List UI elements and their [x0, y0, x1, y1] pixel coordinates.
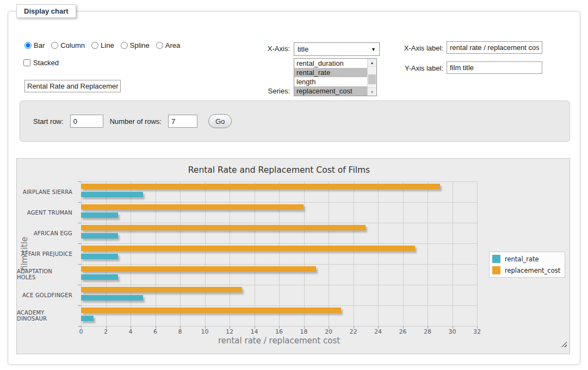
bar-rental_rate: [81, 192, 143, 197]
category-label: AIRPLANE SIERRA: [17, 181, 77, 202]
chart-panel: Rental Rate and Replacement Cost of Film…: [16, 158, 570, 354]
category-label: AFRICAN EGG: [17, 223, 77, 243]
legend-label: replacement_cost: [505, 267, 560, 274]
bar-replacement_cost: [81, 204, 304, 210]
bar-rental_rate: [81, 274, 118, 280]
x-axis-caption: X-Axis:: [256, 45, 290, 53]
gridline-v: [453, 181, 453, 326]
display-chart-page: Display chart BarColumnLineSplineArea St…: [0, 0, 588, 370]
bar-rental_rate: [81, 254, 118, 259]
category-label: AFFAIR PREJUDICE: [17, 243, 77, 264]
chart-type-option-bar[interactable]: Bar: [24, 41, 45, 49]
chart-x-axis-title: rental rate / replacement cost: [81, 336, 477, 346]
x-tick-label: 28: [418, 328, 437, 335]
bar-replacement_cost: [81, 308, 341, 313]
series-option-replacement_cost[interactable]: replacement_cost: [294, 86, 367, 96]
resize-handle-icon[interactable]: [561, 341, 567, 347]
chart-type-radio-column[interactable]: [51, 42, 58, 49]
y-tick-mark: [78, 264, 81, 265]
y-axis-label-input[interactable]: [447, 61, 542, 74]
x-tick-label: 4: [121, 328, 140, 335]
gridline-h: [81, 305, 477, 306]
bar-replacement_cost: [81, 266, 316, 272]
start-row-label: Start row:: [33, 117, 64, 126]
x-axis-label-caption: X-Axis label:: [394, 44, 443, 52]
x-tick-label: 30: [443, 328, 462, 335]
chart-title-input[interactable]: [24, 80, 121, 92]
stacked-option[interactable]: Stacked: [23, 59, 59, 67]
chart-type-label: Line: [101, 41, 114, 49]
legend-item-rental_rate: rental_rate: [492, 255, 560, 263]
gridline-v: [378, 181, 379, 326]
y-tick-mark: [78, 223, 81, 223]
series-option-length[interactable]: length: [294, 77, 367, 86]
chart-type-radios: BarColumnLineSplineArea: [24, 41, 183, 49]
go-button[interactable]: Go: [208, 114, 232, 128]
legend-swatch-replacement_cost: [492, 266, 500, 274]
x-tick-label: 10: [195, 328, 215, 335]
number-of-rows-input[interactable]: [168, 115, 197, 128]
scroll-up-icon[interactable]: ▲: [368, 59, 376, 67]
listbox-scrollbar[interactable]: ▲ ▼: [367, 59, 376, 96]
scrollbar-thumb[interactable]: [368, 74, 376, 84]
x-tick-label: 18: [294, 328, 314, 335]
series-options: rental_durationrental_ratelengthreplacem…: [294, 59, 367, 96]
x-axis-select[interactable]: title ▼: [294, 42, 380, 56]
series-option-rental_duration[interactable]: rental_duration: [294, 59, 367, 68]
legend-item-replacement_cost: replacement_cost: [492, 266, 560, 274]
y-tick-mark: [78, 243, 81, 244]
chart-type-radio-spline[interactable]: [121, 42, 128, 49]
chart-type-radio-bar[interactable]: [24, 42, 32, 49]
bar-rental_rate: [81, 212, 118, 218]
y-tick-mark: [78, 305, 81, 306]
x-axis-label-input[interactable]: [447, 41, 542, 54]
y-axis-label-caption: Y-Axis label:: [394, 64, 443, 72]
chart-type-option-column[interactable]: Column: [51, 41, 85, 49]
chart-type-label: Column: [60, 41, 85, 49]
chart-type-radio-line[interactable]: [91, 42, 98, 49]
scroll-down-icon[interactable]: ▼: [368, 87, 376, 96]
x-tick-label: 14: [245, 328, 264, 335]
bar-replacement_cost: [81, 287, 242, 292]
y-tick-mark: [78, 285, 81, 285]
bar-replacement_cost: [81, 225, 366, 230]
x-tick-label: 22: [344, 328, 363, 335]
series-listbox[interactable]: rental_durationrental_ratelengthreplacem…: [294, 58, 377, 96]
x-tick-label: 8: [170, 328, 190, 335]
gridline-v: [329, 181, 329, 326]
chart-type-option-area[interactable]: Area: [156, 41, 180, 49]
series-caption: Series:: [256, 87, 290, 95]
legend-swatch-rental_rate: [492, 255, 500, 263]
stacked-label: Stacked: [33, 59, 59, 67]
stacked-checkbox[interactable]: [23, 59, 30, 66]
row-range-box: Start row: Number of rows: Go: [20, 101, 570, 142]
gridline-v: [156, 181, 156, 326]
bar-replacement_cost: [81, 246, 415, 251]
gridline-h: [81, 264, 477, 265]
legend-label: rental_rate: [505, 255, 539, 263]
x-tick-label: 26: [393, 328, 413, 335]
chart-type-option-line[interactable]: Line: [91, 41, 114, 49]
gridline-h: [81, 285, 477, 285]
category-label: ADAPTATION HOLES: [17, 264, 77, 285]
bar-rental_rate: [81, 233, 118, 239]
bar-rental_rate: [81, 295, 143, 300]
gridline-v: [354, 181, 354, 326]
category-label: ACADEMY DINOSAUR: [17, 305, 77, 326]
gridline-v: [304, 181, 305, 326]
gridline-v: [255, 181, 255, 326]
gridline-v: [477, 181, 478, 326]
bar-replacement_cost: [81, 184, 440, 189]
series-option-rental_rate[interactable]: rental_rate: [294, 68, 367, 77]
chart-type-option-spline[interactable]: Spline: [121, 41, 150, 49]
chart-legend: rental_ratereplacement_cost: [489, 252, 565, 278]
gridline-h: [81, 181, 477, 182]
chart-type-label: Bar: [34, 41, 45, 49]
plot-area: [81, 181, 477, 326]
gridline-h: [81, 243, 477, 244]
gridline-h: [81, 223, 477, 223]
chart-type-radio-area[interactable]: [156, 42, 163, 49]
gridline-v: [180, 181, 181, 326]
start-row-input[interactable]: [70, 115, 103, 128]
gridline-h: [81, 202, 477, 203]
